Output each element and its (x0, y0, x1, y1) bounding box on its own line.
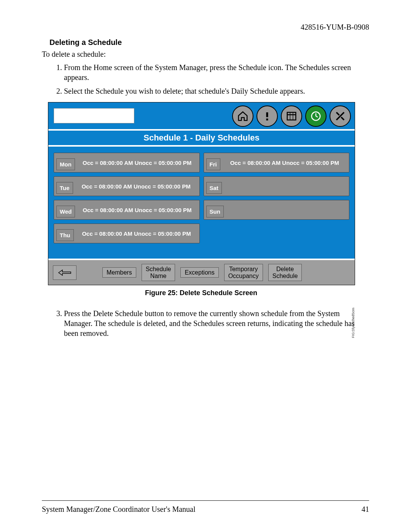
delete-schedule-button[interactable]: Delete Schedule (268, 264, 302, 281)
day-row-tue[interactable]: Tue Occ = 08:00:00 AM Unocc = 05:00:00 P… (54, 176, 200, 196)
step-item: Press the Delete Schedule button to remo… (64, 308, 369, 338)
calendar-icon[interactable] (281, 105, 302, 127)
temporary-occupancy-button[interactable]: Temporary Occupancy (224, 264, 263, 281)
clock-icon[interactable] (305, 105, 327, 127)
section-heading: Deleting a Schedule (49, 38, 369, 47)
left-column: Mon Occ = 08:00:00 AM Unocc = 05:00:00 P… (54, 153, 200, 243)
time-display-area (54, 108, 134, 123)
right-column: Fri Occ = 08:00:00 AM Unocc = 05:00:00 P… (204, 153, 350, 243)
day-row-mon[interactable]: Mon Occ = 08:00:00 AM Unocc = 05:00:00 P… (54, 153, 200, 173)
svg-point-10 (318, 113, 319, 114)
day-label: Tue (56, 182, 73, 194)
page-footer: System Manager/Zone Coordinator User's M… (42, 505, 369, 514)
tools-icon[interactable] (330, 105, 351, 127)
step-item: Select the Schedule you wish to delete; … (64, 86, 369, 96)
screenshot-bottom-bar: Members Schedule Name Exceptions Tempora… (48, 259, 355, 285)
step-item: From the Home screen of the System Manag… (64, 62, 369, 82)
back-button[interactable] (53, 265, 76, 280)
svg-point-11 (312, 118, 314, 120)
step-list-b: Press the Delete Schedule button to remo… (42, 308, 369, 338)
day-label: Fri (206, 158, 220, 170)
footer-rule (42, 500, 369, 501)
day-text: Occ = 08:00:00 AM Unocc = 05:00:00 PM (73, 183, 199, 190)
svg-rect-2 (287, 112, 296, 120)
day-row-wed[interactable]: Wed Occ = 08:00:00 AM Unocc = 05:00:00 P… (54, 200, 200, 220)
delete-schedule-screenshot: Schedule 1 - Daily Schedules Mon Occ = 0… (48, 102, 355, 285)
day-text: Occ = 08:00:00 AM Unocc = 05:00:00 PM (220, 160, 349, 166)
home-icon[interactable] (232, 105, 253, 127)
svg-rect-0 (266, 112, 268, 117)
footer-page-number: 41 (362, 505, 369, 514)
screenshot-top-bar (48, 102, 355, 129)
day-label: Wed (56, 206, 75, 217)
screenshot-title-bar: Schedule 1 - Daily Schedules (48, 129, 355, 147)
day-label: Mon (56, 158, 75, 170)
figure-side-label: FIG:DlyeSchedScrn (351, 308, 355, 338)
step-list-a: From the Home screen of the System Manag… (42, 62, 369, 96)
exceptions-button[interactable]: Exceptions (180, 267, 218, 278)
intro-text: To delete a schedule: (42, 50, 369, 59)
day-text: Occ = 08:00:00 AM Unocc = 05:00:00 PM (74, 230, 199, 237)
day-row-sat[interactable]: Sat (204, 176, 350, 196)
day-row-sun[interactable]: Sun (204, 200, 350, 220)
schedule-name-button[interactable]: Schedule Name (142, 264, 175, 281)
day-text: Occ = 08:00:00 AM Unocc = 05:00:00 PM (75, 160, 199, 166)
svg-line-8 (316, 116, 318, 117)
day-label: Sun (206, 206, 224, 217)
day-text: Occ = 08:00:00 AM Unocc = 05:00:00 PM (75, 207, 199, 213)
day-row-fri[interactable]: Fri Occ = 08:00:00 AM Unocc = 05:00:00 P… (204, 153, 350, 173)
svg-rect-1 (266, 118, 268, 120)
figure-wrapper: Schedule 1 - Daily Schedules Mon Occ = 0… (42, 102, 369, 297)
footer-left: System Manager/Zone Coordinator User's M… (42, 505, 196, 514)
document-id: 428516-YUM-B-0908 (301, 23, 369, 32)
day-label: Thu (56, 229, 74, 241)
svg-point-12 (318, 118, 319, 120)
figure-caption: Figure 25: Delete Schedule Screen (48, 289, 354, 297)
alert-icon[interactable] (256, 105, 278, 127)
toolbar-icons (232, 105, 351, 127)
day-label: Sat (206, 182, 222, 194)
day-row-thu[interactable]: Thu Occ = 08:00:00 AM Unocc = 05:00:00 P… (54, 224, 200, 243)
svg-point-9 (312, 113, 314, 114)
members-button[interactable]: Members (102, 267, 136, 278)
schedule-grid: Mon Occ = 08:00:00 AM Unocc = 05:00:00 P… (48, 147, 355, 259)
